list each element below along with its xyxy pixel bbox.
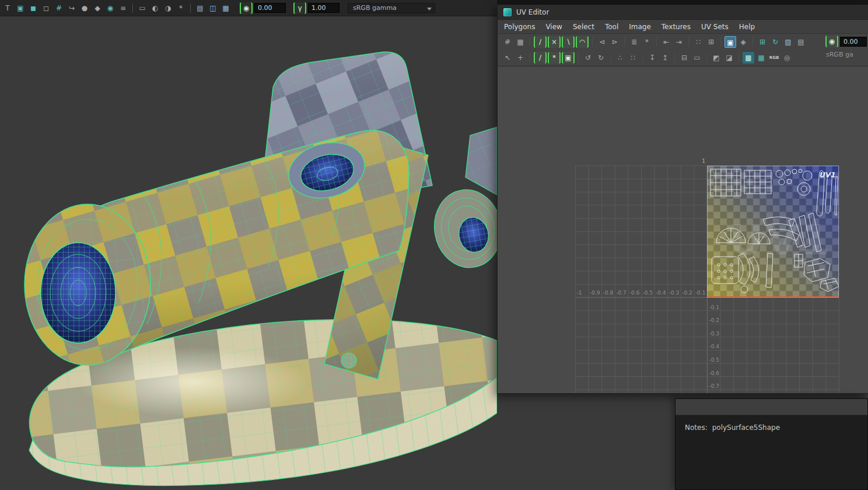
shade-uvs-toggle-icon[interactable]: ◩ bbox=[710, 52, 722, 64]
notes-value: polySurface5Shape bbox=[712, 424, 780, 432]
grid-options-icon[interactable]: ⊞ bbox=[757, 36, 768, 48]
panel-single-layout-icon[interactable]: ▤ bbox=[194, 2, 206, 14]
select-component-icon[interactable]: ◻ bbox=[40, 2, 52, 14]
merge-uvs-icon[interactable]: ∷ bbox=[627, 52, 639, 64]
distribute-uvs-icon[interactable]: ≣ bbox=[628, 36, 640, 48]
select-uv-tool-icon[interactable]: ↖ bbox=[502, 52, 513, 64]
uv-exposure-field[interactable] bbox=[840, 37, 867, 47]
refresh-uv-view-icon[interactable]: ↻ bbox=[769, 36, 781, 48]
menu-polygons[interactable]: Polygons bbox=[499, 20, 540, 34]
uv-set-badge: UV1 bbox=[819, 171, 835, 179]
match-uvs-icon[interactable]: ∴ bbox=[614, 52, 626, 64]
display-image-toggle-icon[interactable]: ▣ bbox=[724, 36, 736, 48]
uv-exposure-icon[interactable]: ◉ bbox=[825, 36, 838, 47]
randomize-shells-icon[interactable]: * bbox=[641, 36, 653, 48]
paint-uv-tool-icon[interactable]: + bbox=[514, 52, 526, 64]
viewport-exposure-field[interactable] bbox=[254, 3, 286, 13]
menu-tool[interactable]: Tool bbox=[600, 20, 624, 34]
uv-tile-watermark: UV1 bbox=[729, 215, 832, 264]
make-live-icon[interactable]: ◉ bbox=[104, 2, 116, 14]
ipr-render-icon[interactable]: ◑ bbox=[162, 2, 174, 14]
rotate-shell-ccw-icon[interactable]: ↺ bbox=[582, 52, 594, 64]
panel-quad-layout-icon[interactable]: ▦ bbox=[220, 2, 232, 14]
uv-texture-options-icon[interactable]: ▤ bbox=[795, 36, 807, 48]
pixel-snap-icon[interactable]: ◈ bbox=[737, 36, 749, 48]
view-transform-dropdown[interactable]: sRGB gamma bbox=[348, 3, 435, 13]
align-u-min-icon[interactable]: ⇤ bbox=[660, 36, 672, 48]
toolbar-separator bbox=[610, 53, 611, 62]
render-settings-icon[interactable]: * bbox=[175, 2, 187, 14]
uv-texture-tile[interactable]: UV1 bbox=[707, 166, 839, 298]
snap-to-point-icon[interactable]: ● bbox=[79, 2, 90, 14]
construction-history-icon[interactable]: ≡ bbox=[117, 2, 129, 14]
snap-top-icon[interactable]: ↥ bbox=[659, 52, 671, 64]
stack-shells-icon[interactable]: ∷ bbox=[692, 36, 704, 48]
toolbar-separator bbox=[656, 37, 657, 47]
flip-u-icon[interactable]: ∕ bbox=[534, 36, 547, 48]
uv-editor-title: UV Editor bbox=[516, 8, 549, 16]
normalize-uvs-icon[interactable]: ⊞ bbox=[705, 36, 717, 48]
model-detail-sphere[interactable] bbox=[341, 353, 356, 368]
select-object-icon[interactable]: ◼ bbox=[27, 2, 39, 14]
menu-uv-sets[interactable]: UV Sets bbox=[696, 20, 734, 34]
straighten-shell-icon[interactable]: * bbox=[548, 52, 561, 64]
uv-view-transform-dropdown[interactable]: sRGB ga bbox=[826, 51, 867, 58]
select-hierarchy-icon[interactable]: ▣ bbox=[15, 2, 26, 14]
align-u-max-icon[interactable]: ⇥ bbox=[673, 36, 685, 48]
snap-to-curve-icon[interactable]: ↪ bbox=[66, 2, 78, 14]
alpha-channel-toggle-icon[interactable]: ◎ bbox=[781, 52, 793, 64]
uv-canvas[interactable]: UV1 bbox=[498, 66, 868, 393]
toolbar-separator bbox=[624, 37, 625, 47]
menu-view[interactable]: View bbox=[540, 20, 567, 34]
menu-image[interactable]: Image bbox=[624, 20, 656, 34]
flip-v-icon[interactable]: × bbox=[548, 36, 561, 48]
unfold-uvs-icon[interactable]: ▣ bbox=[562, 52, 575, 64]
rotate-shell-cw-icon[interactable]: ↻ bbox=[595, 52, 607, 64]
toolbar-separator bbox=[706, 53, 707, 62]
viewport-exposure-group: ◉ bbox=[239, 2, 286, 14]
use-image-ratio-icon[interactable]: ▨ bbox=[782, 36, 794, 48]
orient-shells-icon[interactable]: ▭ bbox=[691, 52, 703, 64]
render-view-icon[interactable]: ▭ bbox=[136, 2, 148, 14]
cycle-uv-right-icon[interactable]: ⊳ bbox=[609, 36, 621, 48]
u-axis-label: -0.2 bbox=[682, 290, 692, 296]
checker-map-toggle-icon[interactable]: ▩ bbox=[743, 52, 754, 64]
toolbar-separator bbox=[190, 4, 191, 13]
snap-to-plane-icon[interactable]: ◆ bbox=[92, 2, 103, 14]
distortion-toggle-icon[interactable]: ◪ bbox=[723, 52, 735, 64]
menu-textures[interactable]: Textures bbox=[656, 20, 696, 34]
rgb-channels-toggle-icon[interactable]: RGB bbox=[768, 52, 780, 64]
viewport-3d[interactable] bbox=[0, 0, 497, 490]
rotate-uv-ccw-icon[interactable]: ∖ bbox=[562, 36, 575, 48]
hud-toggle-icon[interactable]: T bbox=[2, 2, 13, 14]
panel-split-layout-icon[interactable]: ◫ bbox=[207, 2, 219, 14]
v-axis-label: -0.5 bbox=[709, 357, 719, 363]
layout-uvs-icon[interactable]: ⊟ bbox=[678, 52, 690, 64]
u-axis-label: -0.6 bbox=[629, 290, 640, 296]
uv-editor-titlebar[interactable]: UV Editor bbox=[498, 5, 868, 20]
snap-to-grid-icon[interactable]: # bbox=[53, 2, 65, 14]
snap-bottom-icon[interactable]: ↧ bbox=[646, 52, 658, 64]
toolbar-separator bbox=[530, 37, 530, 47]
menu-help[interactable]: Help bbox=[734, 20, 760, 34]
viewport-exposure-icon[interactable]: ◉ bbox=[240, 2, 253, 14]
u-axis-label: -0.1 bbox=[695, 290, 706, 296]
menu-select[interactable]: Select bbox=[568, 20, 600, 34]
render-current-frame-icon[interactable]: ◐ bbox=[149, 2, 161, 14]
uv-toolbar-row-2: ↖+∕*▣↺↻∴∷↧↥⊟▭◩◪▩▦RGB◎ bbox=[498, 50, 868, 65]
u-axis-label: -0.8 bbox=[603, 290, 614, 296]
uv-move-shell-tool-icon[interactable]: ▦ bbox=[514, 36, 526, 48]
model-nozzle[interactable] bbox=[24, 204, 150, 365]
viewport-gamma-icon[interactable]: γ bbox=[293, 2, 306, 14]
rotate-uv-cw-icon[interactable]: ◠ bbox=[576, 36, 589, 48]
v-axis-label: -0.6 bbox=[709, 370, 719, 377]
background-window-strip bbox=[497, 0, 868, 5]
cycle-uv-left-icon[interactable]: ⊲ bbox=[596, 36, 608, 48]
notes-panel-header[interactable] bbox=[676, 399, 867, 415]
pattern-map-toggle-icon[interactable]: ▦ bbox=[755, 52, 767, 64]
viewport-gamma-field[interactable] bbox=[308, 3, 340, 13]
u-axis-label: -0.5 bbox=[642, 290, 653, 296]
u-axis-label: -1 bbox=[576, 290, 582, 296]
uv-lattice-tool-icon[interactable]: # bbox=[502, 36, 513, 48]
straighten-u-icon[interactable]: ∕ bbox=[534, 52, 547, 64]
